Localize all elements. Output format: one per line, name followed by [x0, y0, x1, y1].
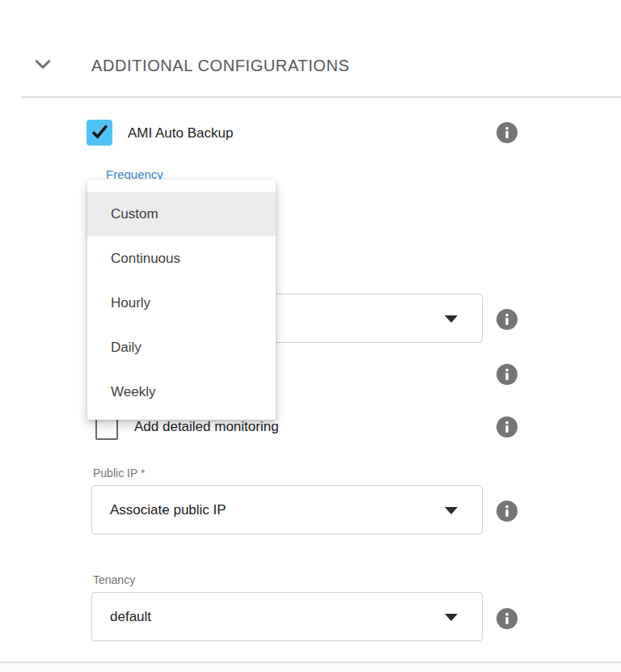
info-icon[interactable] [496, 608, 518, 629]
menu-item-weekly[interactable]: Weekly [87, 370, 276, 414]
below-panel-background [0, 663, 621, 672]
caret-down-icon [445, 614, 458, 621]
section-divider [21, 96, 621, 98]
info-icon[interactable] [496, 501, 518, 522]
menu-item-hourly[interactable]: Hourly [87, 281, 276, 325]
frequency-dropdown-menu: Custom Continuous Hourly Daily Weekly [87, 180, 276, 420]
info-icon[interactable] [496, 416, 518, 437]
caret-down-icon [445, 507, 458, 514]
check-icon [87, 118, 112, 147]
additional-configurations-panel: ADDITIONAL CONFIGURATIONS AMI Auto Backu… [0, 0, 621, 672]
tenancy-label: Tenancy [93, 573, 135, 587]
info-icon[interactable] [496, 364, 518, 385]
info-icon[interactable] [496, 122, 518, 143]
tenancy-value: default [92, 609, 151, 625]
menu-item-daily[interactable]: Daily [87, 325, 276, 370]
info-icon[interactable] [496, 309, 518, 330]
section-title: ADDITIONAL CONFIGURATIONS [91, 56, 349, 75]
caret-down-icon [445, 315, 458, 323]
public-ip-value: Associate public IP [92, 502, 226, 518]
ami-auto-backup-label: AMI Auto Backup [128, 125, 233, 142]
ami-auto-backup-checkbox[interactable] [87, 120, 112, 146]
tenancy-select[interactable]: default [91, 592, 483, 641]
detailed-monitoring-label: Add detailed monitoring [134, 418, 279, 435]
detailed-monitoring-checkbox[interactable] [95, 417, 118, 440]
menu-item-continuous[interactable]: Continuous [87, 236, 276, 281]
public-ip-label: Public IP * [93, 467, 145, 480]
public-ip-select[interactable]: Associate public IP [91, 485, 483, 535]
menu-item-custom[interactable]: Custom [87, 192, 276, 236]
chevron-down-icon[interactable] [32, 53, 53, 74]
